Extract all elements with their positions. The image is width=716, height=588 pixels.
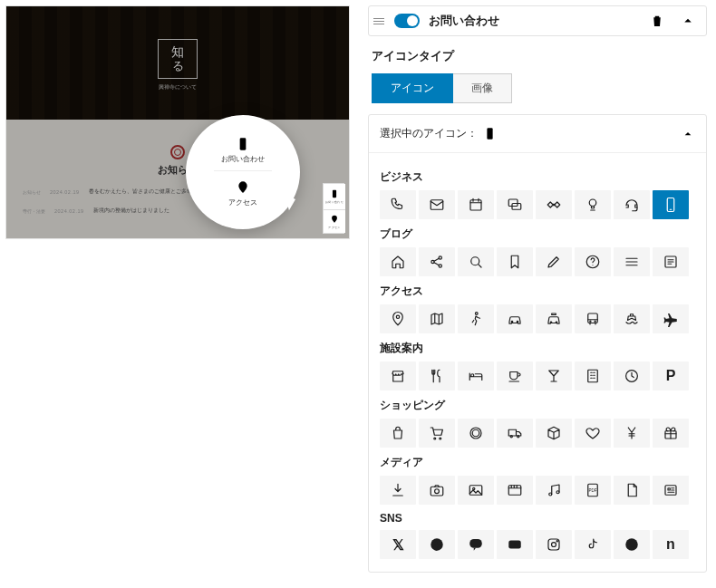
cafe-icon: [507, 368, 523, 384]
fab-access[interactable]: アクセス: [324, 210, 345, 233]
icon-option-cafe[interactable]: [497, 361, 533, 390]
icon-option-taxi[interactable]: [536, 304, 572, 333]
icon-option-yen[interactable]: [614, 419, 650, 448]
icon-option-mail[interactable]: [419, 190, 455, 219]
icon-option-bus[interactable]: [575, 304, 611, 333]
icon-option-smartphone[interactable]: [653, 190, 689, 219]
car-icon: [507, 311, 523, 327]
icon-option-note[interactable]: n: [653, 530, 689, 559]
smartphone-icon: [483, 127, 497, 140]
icon-option-phone[interactable]: [380, 190, 416, 219]
icon-grid: [380, 304, 695, 333]
icon-option-cart[interactable]: [419, 419, 455, 448]
pin-icon: [390, 311, 406, 327]
icon-option-facebook[interactable]: [419, 530, 455, 559]
collapse-button[interactable]: [677, 10, 699, 32]
icon-picker-card: 選択中のアイコン： ビジネスブログアクセス施設案内PショッピングメディアPDFS…: [368, 114, 707, 573]
icon-option-coin[interactable]: [458, 419, 494, 448]
article-icon: [663, 254, 679, 270]
camera-icon: [429, 482, 445, 498]
pin-icon: [330, 215, 339, 224]
icon-option-pdf[interactable]: PDF: [575, 476, 611, 505]
instagram-icon: [546, 536, 562, 553]
icon-option-menu[interactable]: [614, 247, 650, 276]
icon-option-news[interactable]: [653, 476, 689, 505]
drag-handle-icon[interactable]: [373, 14, 385, 27]
bag-icon: [390, 425, 406, 441]
map-icon: [429, 311, 445, 327]
icon-option-article[interactable]: [653, 247, 689, 276]
icon-option-home[interactable]: [380, 247, 416, 276]
icon-option-instagram[interactable]: [536, 530, 572, 559]
icon-option-heart[interactable]: [575, 419, 611, 448]
icon-picker-header[interactable]: 選択中のアイコン：: [369, 115, 706, 153]
panel-header: お問い合わせ: [368, 5, 707, 36]
icon-option-gift[interactable]: [653, 419, 689, 448]
icon-option-chat[interactable]: [497, 190, 533, 219]
icon-option-map[interactable]: [419, 304, 455, 333]
icon-option-pin[interactable]: [380, 304, 416, 333]
fab-contact[interactable]: お問い合わせ: [324, 184, 345, 210]
icon-option-clock[interactable]: [614, 361, 650, 390]
icon-option-store[interactable]: [380, 361, 416, 390]
chevron-up-icon: [681, 127, 695, 141]
icon-option-car[interactable]: [497, 304, 533, 333]
tiktok-icon: [585, 536, 601, 553]
icon-group-title: メディア: [380, 455, 695, 470]
store-icon: [390, 368, 406, 384]
icon-option-help[interactable]: [575, 247, 611, 276]
icon-grid: [380, 190, 695, 219]
icon-group-title: 施設案内: [380, 341, 695, 356]
icon-option-bar[interactable]: [536, 361, 572, 390]
icon-option-walk[interactable]: [458, 304, 494, 333]
icon-option-line[interactable]: [458, 530, 494, 559]
taxi-icon: [546, 311, 562, 327]
yen-icon: [624, 425, 640, 441]
icon-option-truck[interactable]: [497, 419, 533, 448]
icon-option-plane[interactable]: [653, 304, 689, 333]
icon-option-building[interactable]: [575, 361, 611, 390]
tab-icon[interactable]: アイコン: [372, 73, 453, 103]
bus-icon: [585, 311, 601, 327]
share-icon: [429, 254, 445, 270]
chevron-up-icon: [680, 13, 696, 29]
icon-option-download[interactable]: [380, 476, 416, 505]
smartphone-icon: [663, 197, 679, 213]
icon-option-camera[interactable]: [419, 476, 455, 505]
icon-option-calendar[interactable]: [458, 190, 494, 219]
icon-option-cube[interactable]: [536, 419, 572, 448]
icon-option-file[interactable]: [614, 476, 650, 505]
icon-option-x[interactable]: 𝕏: [380, 530, 416, 559]
icon-option-youtube[interactable]: [497, 530, 533, 559]
icon-option-bulb[interactable]: [575, 190, 611, 219]
building-icon: [585, 368, 601, 384]
icon-option-movie[interactable]: [497, 476, 533, 505]
enable-toggle[interactable]: [394, 14, 420, 28]
icon-option-pencil[interactable]: [536, 247, 572, 276]
icon-option-parking[interactable]: P: [653, 361, 689, 390]
icon-option-music[interactable]: [536, 476, 572, 505]
icon-option-bag[interactable]: [380, 419, 416, 448]
icon-option-pinterest[interactable]: [614, 530, 650, 559]
icon-option-bed[interactable]: [458, 361, 494, 390]
panel-title: お問い合わせ: [429, 14, 637, 29]
chat-icon: [507, 197, 523, 213]
icon-option-share[interactable]: [419, 247, 455, 276]
ship-icon: [624, 311, 640, 327]
bubble-item-access[interactable]: アクセス: [214, 170, 272, 214]
icon-option-search[interactable]: [458, 247, 494, 276]
tab-image[interactable]: 画像: [453, 73, 512, 103]
bubble-item-contact[interactable]: お問い合わせ: [221, 130, 265, 170]
icon-option-bookmark[interactable]: [497, 247, 533, 276]
icon-option-restaurant[interactable]: [419, 361, 455, 390]
icon-group-title: ショッピング: [380, 398, 695, 413]
icon-option-handshake[interactable]: [536, 190, 572, 219]
icon-grid: P: [380, 361, 695, 390]
icon-option-tiktok[interactable]: [575, 530, 611, 559]
help-icon: [585, 254, 601, 270]
icon-option-headset[interactable]: [614, 190, 650, 219]
icon-option-ship[interactable]: [614, 304, 650, 333]
icon-option-image[interactable]: [458, 476, 494, 505]
delete-button[interactable]: [646, 10, 668, 32]
icon-grid: PDF: [380, 476, 695, 505]
